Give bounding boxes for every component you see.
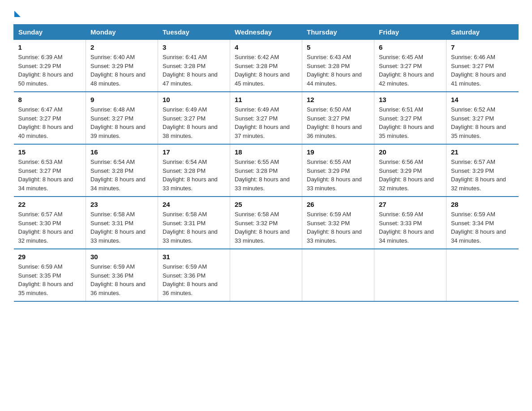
day-number: 11 — [235, 96, 297, 103]
day-number: 30 — [90, 253, 153, 261]
daylight-label: Daylight: 8 hours and 33 minutes. — [307, 176, 362, 192]
sunset-label: Sunset: 3:27 PM — [379, 63, 422, 69]
sunrise-label: Sunrise: 6:45 AM — [379, 54, 423, 60]
day-info: Sunrise: 6:59 AM Sunset: 3:33 PM Dayligh… — [379, 210, 442, 245]
sunset-label: Sunset: 3:29 PM — [307, 167, 350, 174]
sunset-label: Sunset: 3:28 PM — [90, 167, 133, 174]
sunset-label: Sunset: 3:28 PM — [163, 167, 206, 174]
day-info: Sunrise: 6:39 AM Sunset: 3:29 PM Dayligh… — [18, 53, 82, 88]
calendar-cell: 15 Sunrise: 6:53 AM Sunset: 3:27 PM Dayl… — [14, 144, 86, 197]
sunset-label: Sunset: 3:31 PM — [90, 220, 133, 227]
calendar-cell: 5 Sunrise: 6:43 AM Sunset: 3:28 PM Dayli… — [302, 40, 374, 92]
sunrise-label: Sunrise: 6:42 AM — [235, 54, 279, 60]
day-number: 16 — [90, 148, 153, 156]
day-number: 2 — [90, 43, 153, 51]
daylight-label: Daylight: 8 hours and 36 minutes. — [163, 281, 218, 296]
sunrise-label: Sunrise: 6:54 AM — [163, 158, 207, 165]
calendar-cell: 11 Sunrise: 6:49 AM Sunset: 3:27 PM Dayl… — [230, 92, 302, 144]
calendar-cell: 27 Sunrise: 6:59 AM Sunset: 3:33 PM Dayl… — [374, 197, 446, 249]
sunset-label: Sunset: 3:27 PM — [379, 115, 422, 122]
sunrise-label: Sunrise: 6:58 AM — [235, 211, 279, 218]
calendar-week-row: 1 Sunrise: 6:39 AM Sunset: 3:29 PM Dayli… — [14, 40, 519, 92]
calendar-cell: 8 Sunrise: 6:47 AM Sunset: 3:27 PM Dayli… — [14, 92, 86, 144]
daylight-label: Daylight: 8 hours and 34 minutes. — [18, 176, 73, 192]
calendar-cell: 14 Sunrise: 6:52 AM Sunset: 3:27 PM Dayl… — [446, 92, 519, 144]
sunrise-label: Sunrise: 6:58 AM — [163, 211, 207, 218]
sunrise-label: Sunrise: 6:58 AM — [90, 211, 135, 218]
sunset-label: Sunset: 3:36 PM — [90, 272, 133, 279]
day-info: Sunrise: 6:57 AM Sunset: 3:29 PM Dayligh… — [451, 158, 514, 193]
sunset-label: Sunset: 3:27 PM — [90, 115, 133, 122]
sunset-label: Sunset: 3:28 PM — [235, 167, 278, 174]
day-info: Sunrise: 6:54 AM Sunset: 3:28 PM Dayligh… — [90, 158, 153, 193]
sunset-label: Sunset: 3:27 PM — [307, 115, 350, 122]
day-number: 7 — [451, 43, 514, 51]
daylight-label: Daylight: 8 hours and 38 minutes. — [163, 124, 218, 139]
day-number: 6 — [379, 43, 442, 51]
daylight-label: Daylight: 8 hours and 40 minutes. — [18, 124, 73, 139]
day-info: Sunrise: 6:49 AM Sunset: 3:27 PM Dayligh… — [163, 105, 225, 140]
day-number: 5 — [307, 43, 369, 51]
daylight-label: Daylight: 8 hours and 39 minutes. — [90, 124, 146, 139]
day-number: 9 — [90, 96, 153, 103]
sunrise-label: Sunrise: 6:50 AM — [307, 106, 351, 113]
daylight-label: Daylight: 8 hours and 32 minutes. — [18, 228, 73, 244]
sunset-label: Sunset: 3:30 PM — [18, 220, 61, 227]
header-thursday: Thursday — [302, 25, 374, 40]
calendar-week-row: 22 Sunrise: 6:57 AM Sunset: 3:30 PM Dayl… — [14, 197, 519, 249]
calendar-cell — [302, 249, 374, 301]
calendar-cell: 21 Sunrise: 6:57 AM Sunset: 3:29 PM Dayl… — [446, 144, 519, 197]
calendar-cell: 6 Sunrise: 6:45 AM Sunset: 3:27 PM Dayli… — [374, 40, 446, 92]
sunrise-label: Sunrise: 6:54 AM — [90, 158, 135, 165]
sunset-label: Sunset: 3:32 PM — [307, 220, 350, 227]
sunrise-label: Sunrise: 6:59 AM — [18, 263, 63, 270]
header-friday: Friday — [374, 25, 446, 40]
sunset-label: Sunset: 3:29 PM — [379, 167, 422, 174]
day-number: 14 — [451, 96, 514, 103]
day-number: 3 — [163, 43, 225, 51]
day-info: Sunrise: 6:53 AM Sunset: 3:27 PM Dayligh… — [18, 158, 82, 193]
day-info: Sunrise: 6:41 AM Sunset: 3:28 PM Dayligh… — [163, 53, 225, 88]
day-number: 29 — [18, 253, 82, 261]
header-saturday: Saturday — [446, 25, 519, 40]
sunrise-label: Sunrise: 6:57 AM — [18, 211, 63, 218]
day-number: 15 — [18, 148, 82, 156]
day-info: Sunrise: 6:42 AM Sunset: 3:28 PM Dayligh… — [235, 53, 297, 88]
day-number: 20 — [379, 148, 442, 156]
daylight-label: Daylight: 8 hours and 42 minutes. — [379, 71, 434, 87]
sunset-label: Sunset: 3:27 PM — [18, 167, 61, 174]
daylight-label: Daylight: 8 hours and 33 minutes. — [235, 228, 290, 244]
daylight-label: Daylight: 8 hours and 33 minutes. — [163, 228, 218, 244]
calendar-cell: 7 Sunrise: 6:46 AM Sunset: 3:27 PM Dayli… — [446, 40, 519, 92]
calendar-table: SundayMondayTuesdayWednesdayThursdayFrid… — [13, 24, 519, 302]
calendar-cell — [446, 249, 519, 301]
sunset-label: Sunset: 3:29 PM — [18, 63, 61, 69]
sunrise-label: Sunrise: 6:48 AM — [90, 106, 135, 113]
sunrise-label: Sunrise: 6:39 AM — [18, 54, 63, 60]
day-number: 19 — [307, 148, 369, 156]
logo-triangle-icon — [14, 11, 21, 17]
sunset-label: Sunset: 3:31 PM — [163, 220, 206, 227]
daylight-label: Daylight: 8 hours and 32 minutes. — [451, 176, 506, 192]
daylight-label: Daylight: 8 hours and 34 minutes. — [379, 228, 434, 244]
sunset-label: Sunset: 3:27 PM — [163, 115, 206, 122]
calendar-header-row: SundayMondayTuesdayWednesdayThursdayFrid… — [14, 25, 519, 40]
day-info: Sunrise: 6:59 AM Sunset: 3:34 PM Dayligh… — [451, 210, 514, 245]
calendar-cell: 1 Sunrise: 6:39 AM Sunset: 3:29 PM Dayli… — [14, 40, 86, 92]
day-number: 17 — [163, 148, 225, 156]
day-number: 13 — [379, 96, 442, 103]
day-number: 12 — [307, 96, 369, 103]
sunset-label: Sunset: 3:32 PM — [235, 220, 278, 227]
day-number: 27 — [379, 201, 442, 208]
calendar-cell: 4 Sunrise: 6:42 AM Sunset: 3:28 PM Dayli… — [230, 40, 302, 92]
daylight-label: Daylight: 8 hours and 48 minutes. — [90, 71, 146, 87]
sunset-label: Sunset: 3:28 PM — [235, 63, 278, 69]
daylight-label: Daylight: 8 hours and 47 minutes. — [163, 71, 218, 87]
calendar-week-row: 29 Sunrise: 6:59 AM Sunset: 3:35 PM Dayl… — [14, 249, 519, 301]
daylight-label: Daylight: 8 hours and 37 minutes. — [235, 124, 290, 139]
day-number: 24 — [163, 201, 225, 208]
day-number: 31 — [163, 253, 225, 261]
calendar-cell: 17 Sunrise: 6:54 AM Sunset: 3:28 PM Dayl… — [158, 144, 230, 197]
day-info: Sunrise: 6:49 AM Sunset: 3:27 PM Dayligh… — [235, 105, 297, 140]
daylight-label: Daylight: 8 hours and 32 minutes. — [379, 176, 434, 192]
